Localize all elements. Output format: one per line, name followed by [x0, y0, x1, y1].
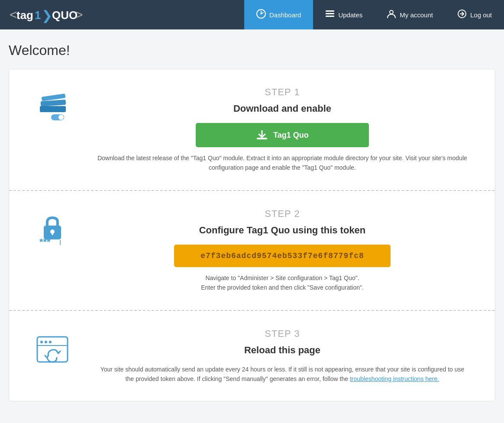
svg-point-11 [390, 10, 393, 14]
step-2-label: STEP 2 [96, 208, 469, 220]
main-content: Welcome! STEP 1 Download and enable [0, 29, 504, 419]
step-2-heading: Configure Tag1 Quo using this token [96, 225, 469, 236]
step-2-section: *** I STEP 2 Configure Tag1 Quo using th… [9, 191, 495, 311]
svg-text:1: 1 [35, 9, 41, 22]
step-2-nav-text: Navigate to "Administer > Site configura… [96, 273, 469, 293]
logo-svg: < tag 1 ❯ QUO > [9, 5, 87, 24]
module-icon [33, 91, 72, 126]
step-1-icon-area [26, 87, 78, 126]
nav-my-account[interactable]: My account [375, 0, 445, 29]
step-2-icon-area: *** I [26, 208, 78, 247]
lock-icon: *** I [33, 213, 72, 247]
svg-rect-8 [326, 10, 334, 12]
page-title: Welcome! [9, 42, 495, 58]
nav-logout[interactable]: Log out [445, 0, 504, 29]
step-3-heading: Reload this page [96, 345, 469, 356]
svg-text:***: *** [39, 236, 51, 247]
step-3-section: STEP 3 Reload this page Your site should… [9, 311, 495, 401]
nav-dashboard[interactable]: Dashboard [244, 0, 313, 29]
step-3-icon-area [26, 328, 78, 367]
svg-rect-15 [40, 106, 66, 112]
svg-text:QUO: QUO [52, 9, 78, 22]
svg-rect-10 [326, 16, 334, 17]
step-3-desc: Your site should automatically send an u… [96, 365, 469, 384]
updates-icon [325, 10, 335, 20]
svg-text:<: < [10, 7, 17, 22]
svg-point-7 [260, 13, 262, 14]
svg-point-26 [45, 341, 47, 343]
svg-point-17 [58, 115, 64, 120]
logout-icon [457, 9, 467, 21]
nav-my-account-label: My account [400, 11, 433, 19]
svg-text:❯: ❯ [42, 8, 52, 23]
nav-logout-label: Log out [470, 11, 492, 19]
svg-point-25 [40, 341, 43, 343]
step-3-label: STEP 3 [96, 328, 469, 339]
step-3-content: STEP 3 Reload this page Your site should… [96, 328, 469, 384]
svg-text:I: I [59, 239, 61, 246]
svg-rect-21 [52, 232, 53, 235]
download-button-label: Tag1 Quo [273, 131, 309, 140]
download-icon [256, 129, 268, 141]
svg-text:tag: tag [16, 9, 33, 22]
welcome-card: STEP 1 Download and enable Tag1 Quo Down… [9, 69, 495, 401]
token-display: e7f3eb6adcd9574eb533f7e6f8779fc8 [174, 245, 391, 267]
svg-text:>: > [75, 7, 83, 22]
step-1-label: STEP 1 [96, 87, 469, 98]
svg-rect-9 [326, 13, 334, 14]
step-1-section: STEP 1 Download and enable Tag1 Quo Down… [9, 69, 495, 191]
svg-point-27 [49, 341, 52, 343]
nav-updates[interactable]: Updates [313, 0, 375, 29]
step-1-heading: Download and enable [96, 103, 469, 114]
svg-rect-18 [257, 138, 267, 139]
logo: < tag 1 ❯ QUO > [9, 5, 87, 24]
top-nav: < tag 1 ❯ QUO > Dashboard [0, 0, 504, 29]
step-1-content: STEP 1 Download and enable Tag1 Quo Down… [96, 87, 469, 173]
reload-icon [33, 333, 72, 367]
download-button[interactable]: Tag1 Quo [196, 123, 369, 147]
nav-items: Dashboard Updates My account [244, 0, 504, 29]
account-icon [387, 9, 396, 21]
dashboard-icon [256, 9, 266, 21]
step-2-content: STEP 2 Configure Tag1 Quo using this tok… [96, 208, 469, 293]
nav-dashboard-label: Dashboard [269, 11, 301, 19]
step-1-desc: Download the latest release of the "Tag1… [96, 153, 469, 173]
troubleshooting-link[interactable]: troubleshooting instructions here. [350, 375, 439, 382]
nav-updates-label: Updates [338, 11, 362, 19]
